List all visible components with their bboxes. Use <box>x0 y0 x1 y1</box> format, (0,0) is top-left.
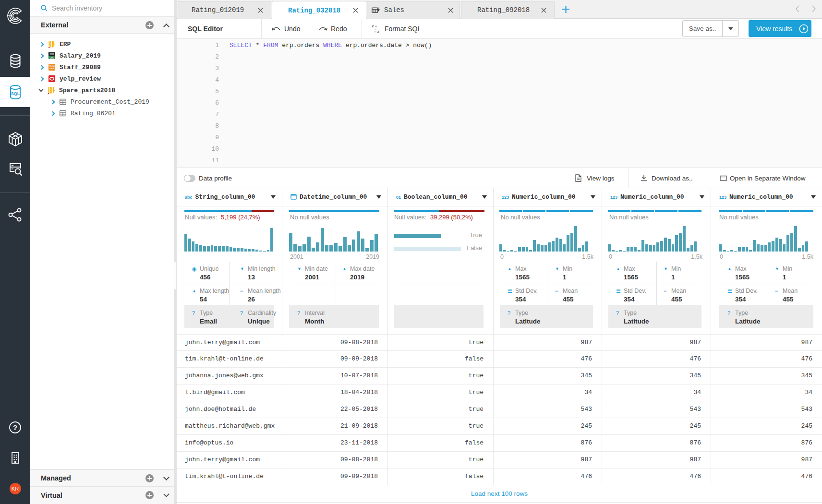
svg-text:?: ? <box>13 423 17 432</box>
svg-text:DB2: DB2 <box>49 56 54 59</box>
svg-text:SQL: SQL <box>11 91 20 96</box>
svg-text:IBM: IBM <box>50 53 54 56</box>
svg-text:DATA: DATA <box>49 67 54 70</box>
